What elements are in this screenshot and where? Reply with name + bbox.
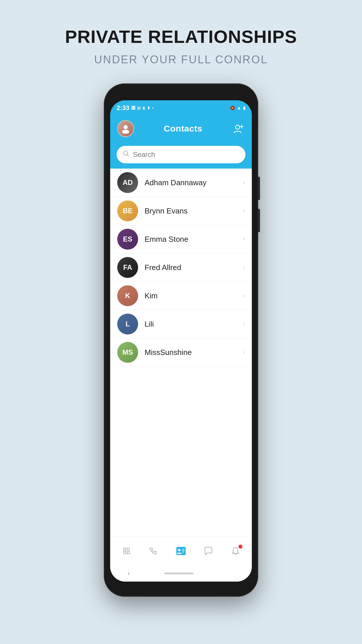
svg-rect-7: [124, 548, 126, 550]
contact-avatar: K: [117, 285, 138, 306]
nav-item-home[interactable]: [118, 543, 135, 559]
status-wifi-icon: ▲: [237, 105, 241, 111]
chevron-icon: ›: [243, 320, 245, 328]
contacts-list: AD Adham Dannaway › BE Brynn Evans › ES …: [110, 169, 252, 536]
chevron-icon: ›: [243, 235, 245, 243]
nav-item-messages[interactable]: [200, 543, 217, 559]
contact-avatar: AD: [117, 172, 138, 193]
page-subtitle: UNDER YOUR FULL CONROL: [94, 53, 268, 66]
contact-item[interactable]: K Kim ›: [110, 282, 252, 310]
nav-item-notifications[interactable]: [227, 543, 244, 559]
contact-name: Emma Stone: [145, 235, 243, 244]
contact-name: Adham Dannaway: [145, 178, 243, 187]
nav-item-contacts[interactable]: [172, 543, 190, 559]
contact-item[interactable]: BE Brynn Evans ›: [110, 197, 252, 225]
svg-point-12: [178, 549, 180, 551]
contact-name: Lili: [145, 320, 243, 329]
contact-item[interactable]: MS MissSunshine ›: [110, 338, 252, 367]
chevron-icon: ›: [243, 207, 245, 215]
user-avatar[interactable]: [117, 120, 134, 137]
contact-avatar: BE: [117, 200, 138, 221]
power-button: [258, 209, 260, 232]
status-right: 🔕 ▲ ▮: [230, 105, 245, 111]
contact-name: Kim: [145, 291, 243, 300]
svg-point-2: [236, 125, 240, 129]
chevron-icon: ›: [243, 179, 245, 186]
contact-avatar: MS: [117, 342, 138, 363]
add-contact-button[interactable]: [232, 122, 245, 135]
svg-point-1: [122, 130, 129, 134]
nav-item-calls[interactable]: [145, 543, 162, 559]
page-title: PRIVATE RELATIONSHIPS: [65, 26, 297, 47]
android-nav-bar: ‹: [110, 565, 252, 582]
back-button[interactable]: ‹: [128, 570, 130, 577]
svg-point-5: [124, 151, 128, 155]
status-download-icon: ⬇: [147, 106, 150, 110]
contact-item[interactable]: AD Adham Dannaway ›: [110, 169, 252, 197]
svg-line-6: [127, 155, 129, 157]
search-bar-container: [110, 142, 252, 169]
contact-avatar: FA: [117, 257, 138, 278]
search-icon: [123, 150, 129, 159]
phone-mockup: 2:33 🖼 ◎ ⧗ ⬇ • 🔕 ▲ ▮: [104, 83, 258, 597]
chevron-icon: ›: [243, 349, 245, 356]
notification-badge: [238, 545, 242, 549]
status-left: 2:33 🖼 ◎ ⧗ ⬇ •: [117, 104, 154, 112]
chevron-icon: ›: [243, 264, 245, 271]
contact-item[interactable]: ES Emma Stone ›: [110, 225, 252, 253]
status-photo-icon: 🖼: [131, 106, 135, 110]
contact-name: Fred Allred: [145, 263, 243, 272]
status-dot-icon: •: [152, 106, 154, 110]
status-timer-icon: ⧗: [142, 106, 145, 111]
svg-rect-8: [127, 548, 129, 550]
svg-rect-10: [127, 552, 129, 554]
contact-name: Brynn Evans: [145, 206, 243, 216]
contact-avatar: ES: [117, 229, 138, 250]
status-bar: 2:33 🖼 ◎ ⧗ ⬇ • 🔕 ▲ ▮: [110, 100, 252, 116]
status-vr-icon: ◎: [137, 106, 140, 110]
chevron-icon: ›: [243, 292, 245, 300]
search-input[interactable]: [133, 150, 239, 159]
home-bar[interactable]: [164, 573, 194, 574]
status-time: 2:33: [117, 104, 129, 112]
search-bar[interactable]: [117, 146, 245, 163]
app-header: Contacts: [110, 116, 252, 142]
svg-rect-9: [124, 552, 126, 554]
status-battery-icon: ▮: [243, 106, 245, 110]
contact-name: MissSunshine: [145, 348, 243, 357]
status-mute-icon: 🔕: [230, 106, 235, 110]
phone-screen: 2:33 🖼 ◎ ⧗ ⬇ • 🔕 ▲ ▮: [110, 100, 252, 582]
header-title: Contacts: [164, 124, 202, 134]
contact-item[interactable]: L Lili ›: [110, 310, 252, 338]
bottom-nav: [110, 536, 252, 565]
svg-point-0: [124, 125, 128, 129]
contact-avatar: L: [117, 314, 138, 335]
contacts-container: AD Adham Dannaway › BE Brynn Evans › ES …: [110, 169, 252, 367]
contact-item[interactable]: FA Fred Allred ›: [110, 253, 252, 282]
volume-button: [258, 177, 260, 200]
